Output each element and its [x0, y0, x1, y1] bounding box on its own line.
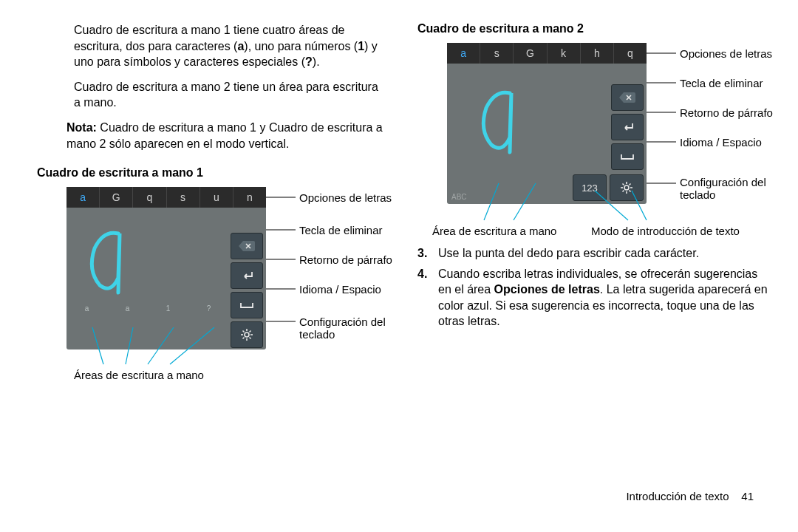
label-areas: Áreas de escritura a mano: [74, 369, 204, 381]
letter-option[interactable]: h: [581, 43, 614, 64]
label-eliminar: Tecla de eliminar: [299, 224, 383, 236]
svg-line-6: [250, 338, 251, 339]
label-eliminar: Tecla de eliminar: [680, 77, 763, 89]
area-hint-labels: a a 1 ?: [66, 304, 229, 313]
letter-option[interactable]: a: [447, 43, 480, 64]
handwriting-box-2: a s G k h q 1: [447, 43, 647, 204]
letter-option[interactable]: u: [200, 187, 233, 208]
settings-key[interactable]: [231, 321, 263, 348]
instruction-steps: 3. Use la punta del dedo para escribir c…: [417, 245, 768, 330]
page-footer: Introducción de texto 41: [626, 490, 754, 502]
letter-option[interactable]: s: [167, 187, 200, 208]
letter-option[interactable]: n: [233, 187, 266, 208]
delete-key[interactable]: [611, 84, 644, 111]
para-1: Cuadro de escritura a mano 1 tiene cuatr…: [37, 22, 388, 70]
svg-line-5: [243, 331, 245, 332]
side-keys: [611, 84, 644, 170]
para-2: Cuadro de escritura a mano 2 tiene un ár…: [37, 79, 388, 111]
handwritten-glyph-a: [473, 86, 525, 156]
step-4: 4. Cuando escriba letras individuales, s…: [417, 266, 768, 330]
right-column: Cuadro de escritura a mano 2 a s G k h q: [403, 22, 768, 532]
label-retorno: Retorno de párrafo: [299, 253, 392, 266]
svg-line-23: [623, 184, 624, 185]
space-key[interactable]: [231, 292, 263, 318]
label-idioma: Idioma / Espacio: [680, 136, 762, 149]
svg-line-25: [623, 191, 624, 192]
label-idioma: Idioma / Espacio: [299, 283, 381, 296]
writing-area[interactable]: 123 ABC: [447, 64, 647, 204]
handwriting-box-1: a G q s u n a a 1 ?: [66, 187, 266, 349]
letter-options-bar[interactable]: a s G k h q: [447, 43, 647, 64]
step-3: 3. Use la punta del dedo para escribir c…: [417, 245, 768, 262]
letter-option[interactable]: q: [133, 187, 166, 208]
svg-line-26: [630, 184, 631, 185]
svg-point-18: [624, 185, 629, 190]
diagram-2: a s G k h q 1: [447, 43, 768, 235]
letter-option[interactable]: q: [614, 43, 647, 64]
letter-options-bar[interactable]: a G q s u n: [66, 187, 266, 208]
handwritten-glyph-a: [81, 226, 133, 296]
svg-line-7: [243, 338, 245, 339]
letter-option[interactable]: G: [100, 187, 133, 208]
letter-option[interactable]: G: [514, 43, 547, 64]
writing-area[interactable]: a a 1 ?: [66, 208, 266, 355]
mode-123-key[interactable]: 123: [573, 174, 607, 201]
label-config: Configuración del teclado: [299, 316, 388, 341]
settings-key[interactable]: [610, 174, 644, 201]
section-2-title: Cuadro de escritura a mano 2: [417, 22, 768, 35]
page: Cuadro de escritura a mano 1 tiene cuatr…: [0, 0, 798, 532]
side-keys: [231, 233, 263, 348]
label-area: Área de escritura a mano: [432, 225, 556, 237]
label-config: Configuración del teclado: [680, 176, 768, 201]
svg-point-0: [245, 332, 249, 337]
section-1-title: Cuadro de escritura a mano 1: [37, 166, 388, 180]
letter-option[interactable]: s: [480, 43, 514, 64]
diagram-1: a G q s u n a a 1 ?: [66, 187, 388, 379]
bottom-keys: 123: [573, 174, 644, 201]
space-key[interactable]: [611, 143, 644, 170]
letter-option[interactable]: k: [548, 43, 581, 64]
delete-key[interactable]: [231, 233, 263, 259]
label-opciones: Opciones de letras: [680, 47, 772, 60]
return-key[interactable]: [231, 262, 263, 289]
left-column: Cuadro de escritura a mano 1 tiene cuatr…: [37, 22, 403, 532]
return-key[interactable]: [611, 114, 644, 140]
note: Nota: Cuadro de escritura a mano 1 y Cua…: [37, 120, 388, 151]
letter-option[interactable]: a: [66, 187, 100, 208]
label-retorno: Retorno de párrafo: [680, 106, 773, 119]
label-opciones: Opciones de letras: [299, 191, 392, 204]
svg-line-8: [250, 331, 251, 332]
abc-indicator: ABC: [451, 193, 467, 201]
label-modo: Modo de introducción de texto: [591, 225, 740, 237]
svg-line-24: [630, 191, 631, 192]
